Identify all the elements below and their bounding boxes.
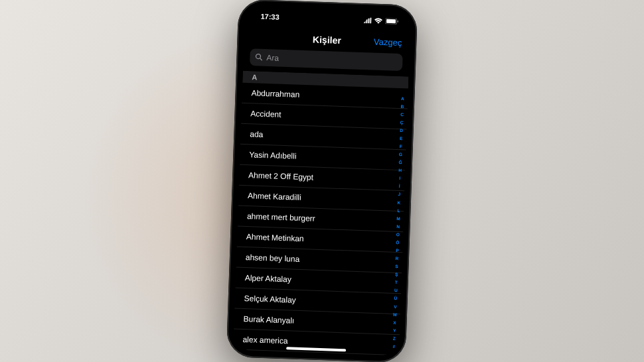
index-letter[interactable]: Ç: [400, 120, 404, 125]
index-letter[interactable]: N: [396, 224, 400, 229]
index-letter[interactable]: H: [398, 168, 402, 174]
index-letter[interactable]: Ü: [394, 296, 397, 302]
index-letter[interactable]: X: [393, 320, 396, 326]
index-letter[interactable]: J: [398, 192, 400, 198]
svg-rect-3: [368, 18, 369, 23]
svg-rect-7: [397, 20, 398, 22]
index-letter[interactable]: E: [400, 136, 403, 141]
index-letter[interactable]: B: [400, 104, 404, 109]
index-letter[interactable]: I: [399, 176, 400, 182]
index-letter[interactable]: İ: [399, 184, 400, 190]
index-letter[interactable]: P: [396, 248, 399, 253]
index-letter[interactable]: K: [397, 200, 400, 206]
index-letter[interactable]: T: [395, 280, 398, 286]
svg-rect-6: [386, 19, 396, 23]
index-letter[interactable]: Ş: [395, 272, 398, 278]
index-letter[interactable]: A: [401, 96, 404, 101]
phone-frame: 17:33 Kişiler Vazgeç: [226, 0, 418, 362]
status-indicators: [362, 17, 398, 24]
index-letter[interactable]: F: [400, 145, 402, 150]
index-letter[interactable]: V: [394, 304, 397, 310]
phone-notch: [287, 7, 368, 25]
contacts-list[interactable]: A AbdurrahmanAccidentadaYasin AdıbelliAh…: [233, 71, 409, 356]
battery-icon: [385, 18, 398, 25]
index-letter[interactable]: M: [396, 216, 400, 221]
index-letter[interactable]: W: [393, 312, 397, 318]
index-letter[interactable]: #: [392, 344, 395, 349]
index-letter[interactable]: U: [394, 288, 398, 294]
index-letter[interactable]: Y: [393, 328, 396, 333]
index-letter[interactable]: R: [395, 256, 398, 261]
page-title: Kişiler: [313, 34, 341, 45]
search-icon: [255, 51, 263, 63]
index-letter[interactable]: C: [400, 112, 404, 117]
status-time: 17:33: [256, 12, 280, 21]
index-letter[interactable]: Ğ: [398, 160, 402, 166]
search-placeholder: Ara: [266, 53, 279, 63]
phone-screen: 17:33 Kişiler Vazgeç: [233, 6, 411, 356]
wifi-icon: [374, 17, 382, 23]
index-letter[interactable]: D: [400, 128, 403, 133]
svg-line-9: [260, 58, 262, 60]
index-letter[interactable]: O: [396, 232, 400, 237]
cancel-button[interactable]: Vazgeç: [374, 36, 402, 47]
svg-rect-4: [370, 17, 371, 23]
index-letter[interactable]: Z: [393, 336, 396, 341]
index-letter[interactable]: G: [399, 152, 402, 158]
index-letter[interactable]: S: [395, 265, 398, 270]
index-letter[interactable]: Ö: [396, 240, 399, 245]
index-letter[interactable]: L: [397, 208, 400, 213]
